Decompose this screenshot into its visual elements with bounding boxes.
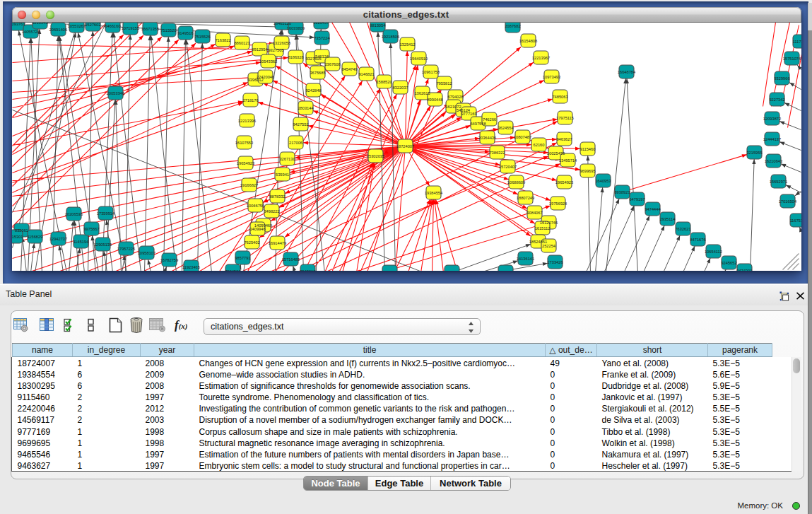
svg-text:1117203: 1117203 <box>793 40 801 44</box>
svg-text:13226058: 13226058 <box>273 41 290 45</box>
svg-text:9242848: 9242848 <box>305 88 321 93</box>
svg-text:12093872: 12093872 <box>763 117 781 121</box>
svg-text:8186328: 8186328 <box>288 55 303 59</box>
svg-text:8322037: 8322037 <box>392 86 408 90</box>
svg-text:217006: 217006 <box>289 141 302 145</box>
svg-text:19166827: 19166827 <box>240 183 258 187</box>
svg-text:3915301: 3915301 <box>12 235 23 239</box>
svg-text:16154808: 16154808 <box>519 39 537 43</box>
svg-text:7515526: 7515526 <box>194 35 210 39</box>
svg-text:8860123: 8860123 <box>234 41 249 45</box>
svg-text:546124: 546124 <box>315 54 329 59</box>
svg-text:9427552: 9427552 <box>293 122 308 127</box>
svg-text:1156829: 1156829 <box>28 235 43 239</box>
svg-text:9084512: 9084512 <box>498 270 513 271</box>
svg-text:10688609: 10688609 <box>507 180 525 185</box>
svg-text:13495714: 13495714 <box>559 158 577 163</box>
svg-text:20053346: 20053346 <box>107 91 124 95</box>
svg-text:9115460: 9115460 <box>580 147 596 151</box>
svg-text:15751074: 15751074 <box>783 57 801 61</box>
svg-text:9327505: 9327505 <box>268 48 283 52</box>
svg-text:1640953: 1640953 <box>595 179 611 183</box>
svg-text:10025433: 10025433 <box>547 151 565 156</box>
svg-text:5120457: 5120457 <box>313 23 329 25</box>
svg-text:8475012: 8475012 <box>444 270 459 271</box>
svg-text:15720407: 15720407 <box>499 165 517 169</box>
svg-text:7485063: 7485063 <box>552 95 567 99</box>
svg-text:252254: 252254 <box>542 244 555 248</box>
svg-text:2367608: 2367608 <box>324 62 340 66</box>
svg-text:62160: 62160 <box>534 143 545 147</box>
svg-text:8471676: 8471676 <box>690 238 705 242</box>
svg-text:2718176: 2718176 <box>242 98 258 103</box>
svg-text:2087682: 2087682 <box>505 24 520 28</box>
svg-text:25302035: 25302035 <box>367 154 384 158</box>
svg-text:22420046: 22420046 <box>257 75 274 79</box>
svg-text:14136141: 14136141 <box>517 257 534 261</box>
svg-text:18724007: 18724007 <box>396 144 414 148</box>
svg-text:7357224: 7357224 <box>314 36 329 40</box>
svg-text:10961758: 10961758 <box>422 70 440 74</box>
svg-text:3498222: 3498222 <box>264 209 279 214</box>
svg-text:16120746: 16120746 <box>540 221 558 225</box>
svg-text:835061: 835061 <box>15 228 28 233</box>
svg-text:9149516: 9149516 <box>177 31 193 35</box>
svg-text:17016504: 17016504 <box>779 199 796 204</box>
svg-text:6466160: 6466160 <box>105 24 120 28</box>
svg-text:7386322: 7386322 <box>489 151 505 155</box>
svg-text:14055724: 14055724 <box>22 30 40 34</box>
svg-text:6497568: 6497568 <box>470 122 486 126</box>
svg-text:3215955: 3215955 <box>746 151 762 155</box>
svg-text:1167533: 1167533 <box>790 218 801 223</box>
svg-text:8912954: 8912954 <box>252 47 267 52</box>
svg-text:20364436: 20364436 <box>478 136 496 140</box>
svg-text:1615112: 1615112 <box>535 226 551 230</box>
svg-text:19654923: 19654923 <box>237 161 254 165</box>
svg-text:7625402: 7625402 <box>244 240 259 245</box>
svg-text:9474444: 9474444 <box>645 207 660 211</box>
svg-text:1325412: 1325412 <box>399 42 415 47</box>
svg-text:18465120: 18465120 <box>273 23 291 25</box>
svg-text:17975115: 17975115 <box>556 116 574 120</box>
svg-text:1527602: 1527602 <box>85 23 100 27</box>
svg-text:2945012: 2945012 <box>300 269 315 271</box>
svg-text:3675685: 3675685 <box>310 71 325 75</box>
svg-text:2935114: 2935114 <box>660 217 676 221</box>
svg-text:11923465: 11923465 <box>182 265 200 269</box>
svg-text:19218506: 19218506 <box>382 35 399 39</box>
svg-text:6479197: 6479197 <box>629 197 645 201</box>
svg-text:9699695: 9699695 <box>579 169 595 173</box>
svg-text:19384554: 19384554 <box>425 191 442 195</box>
svg-text:9474301: 9474301 <box>736 269 752 271</box>
svg-text:10719155: 10719155 <box>122 26 139 30</box>
svg-text:8813054: 8813054 <box>370 23 385 28</box>
svg-text:16033809: 16033809 <box>287 26 305 30</box>
svg-text:15692971: 15692971 <box>770 180 787 184</box>
svg-text:10553267: 10553267 <box>68 24 86 28</box>
svg-text:16392015: 16392015 <box>381 270 399 271</box>
svg-text:7632621: 7632621 <box>675 227 690 231</box>
svg-text:1733426: 1733426 <box>547 260 563 264</box>
svg-text:12213967: 12213967 <box>532 56 550 60</box>
svg-text:10973493: 10973493 <box>543 75 560 79</box>
svg-text:10543362: 10543362 <box>259 59 277 64</box>
svg-text:7924501: 7924501 <box>225 269 240 271</box>
svg-text:12444137: 12444137 <box>763 137 781 141</box>
svg-text:9329966: 9329966 <box>774 76 789 81</box>
svg-text:3267130: 3267130 <box>279 157 295 161</box>
svg-text:12213396: 12213396 <box>238 119 256 123</box>
svg-text:16782759: 16782759 <box>160 258 178 262</box>
svg-text:17957225: 17957225 <box>117 247 135 251</box>
svg-text:7955812: 7955812 <box>436 81 452 86</box>
svg-text:9777169: 9777169 <box>461 112 476 116</box>
svg-text:10046756: 10046756 <box>247 204 264 208</box>
svg-text:9146821: 9146821 <box>358 72 374 76</box>
svg-text:1588520: 1588520 <box>376 80 392 84</box>
svg-text:9857791: 9857791 <box>235 256 250 260</box>
svg-text:1362615: 1362615 <box>414 91 430 95</box>
svg-text:8990448: 8990448 <box>427 98 442 102</box>
svg-text:19654923: 19654923 <box>555 180 573 185</box>
svg-text:18807249: 18807249 <box>517 196 534 200</box>
svg-text:7515520: 7515520 <box>160 28 176 33</box>
svg-text:2093761: 2093761 <box>12 23 25 26</box>
